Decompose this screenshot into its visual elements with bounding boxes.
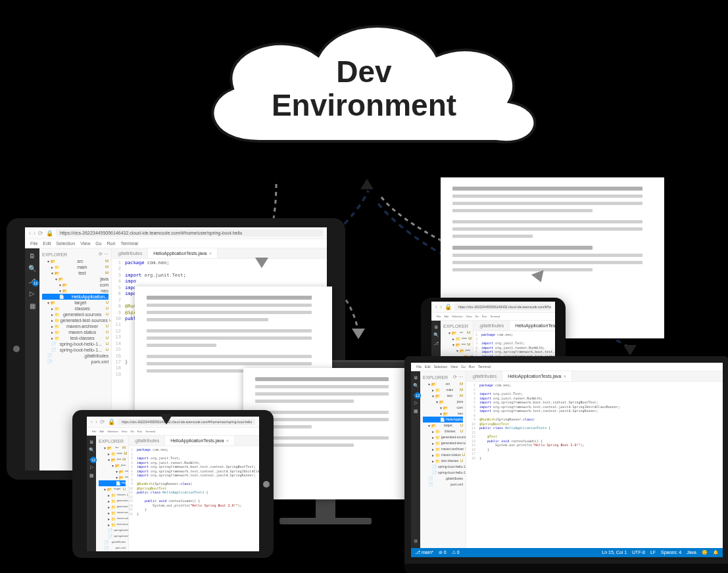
- menu-item[interactable]: File: [437, 315, 441, 318]
- tree-item[interactable]: test-classesU: [423, 458, 463, 464]
- tree-item[interactable]: test-classesU: [42, 335, 109, 341]
- tree-item[interactable]: testM: [42, 270, 109, 276]
- editor-tab[interactable]: .gitattributes: [466, 371, 502, 381]
- tree-item[interactable]: targetU: [423, 423, 463, 428]
- tree-item[interactable]: testM: [99, 457, 126, 463]
- more-icon[interactable]: ⋯: [104, 252, 109, 256]
- tree-item[interactable]: maven-statusU: [99, 516, 126, 522]
- tree-item[interactable]: HelloApplication...: [42, 294, 109, 300]
- tree-item[interactable]: spring-boot-hello-1...U: [42, 347, 109, 353]
- tree-item[interactable]: generated-test-sourcesU: [42, 317, 109, 323]
- tree-item[interactable]: java: [42, 276, 109, 282]
- status-item[interactable]: UTF-8: [632, 550, 645, 555]
- tree-item[interactable]: .gitattributes: [42, 353, 109, 359]
- nav-back-icon[interactable]: ‹: [29, 230, 31, 237]
- tree-item[interactable]: neo: [423, 411, 463, 417]
- menu-item[interactable]: Terminal: [120, 241, 137, 246]
- nav-reload-icon[interactable]: ⟳: [38, 230, 43, 237]
- more-icon[interactable]: ⋯: [458, 375, 463, 379]
- menu-item[interactable]: Run: [469, 365, 475, 369]
- tree-item[interactable]: java: [423, 399, 463, 405]
- scm-icon[interactable]: ⎇: [89, 456, 94, 461]
- tree-item[interactable]: spring-boot-hello-1...U: [99, 528, 126, 534]
- tree-item[interactable]: mainM: [423, 387, 463, 393]
- editor-tab[interactable]: HelloApplicationTests.java×: [510, 321, 555, 331]
- menu-item[interactable]: File: [30, 241, 37, 246]
- tree-item[interactable]: testM: [443, 342, 470, 348]
- tree-item[interactable]: testM: [423, 393, 463, 399]
- tree-item[interactable]: classesU: [99, 492, 126, 498]
- tree-item[interactable]: com: [42, 282, 109, 288]
- status-item[interactable]: LF: [650, 550, 656, 555]
- status-item[interactable]: ⊘ 0: [439, 550, 447, 555]
- tree-item[interactable]: com: [99, 469, 126, 474]
- code-editor[interactable]: 123456789101112131415161718 package com.…: [466, 382, 723, 548]
- tree-item[interactable]: generated-test-sourcesU: [423, 440, 463, 446]
- tree-item[interactable]: neo: [42, 288, 109, 294]
- tree-item[interactable]: mainM: [99, 451, 126, 457]
- tree-item[interactable]: generated-test-sourcesU: [99, 504, 126, 510]
- tree-item[interactable]: targetU: [99, 486, 126, 492]
- tree-item[interactable]: srcM: [42, 258, 109, 264]
- menu-item[interactable]: Run: [137, 430, 142, 433]
- menu-item[interactable]: Edit: [99, 430, 104, 433]
- editor-tab[interactable]: .gitattributes: [112, 248, 148, 258]
- refresh-icon[interactable]: ⟳: [453, 375, 457, 379]
- menu-item[interactable]: Edit: [425, 365, 431, 369]
- tree-item[interactable]: pom.xml: [42, 359, 109, 365]
- tree-item[interactable]: srcM: [99, 445, 126, 451]
- menu-item[interactable]: Terminal: [145, 430, 155, 433]
- status-item[interactable]: Ln 15, Col 1: [602, 550, 627, 555]
- nav-fwd-icon[interactable]: ›: [34, 230, 36, 237]
- menu-item[interactable]: Run: [482, 315, 487, 318]
- files-icon[interactable]: 🗎: [414, 375, 418, 380]
- menu-item[interactable]: View: [466, 315, 472, 318]
- menu-item[interactable]: Edit: [43, 241, 51, 246]
- url-field[interactable]: https://dcs-262234455056146432.cloud-ide…: [454, 304, 551, 310]
- status-item[interactable]: Spaces: 4: [661, 550, 681, 555]
- files-icon[interactable]: 🗎: [29, 252, 36, 260]
- menu-item[interactable]: Edit: [444, 315, 449, 318]
- menu-item[interactable]: Go: [475, 315, 478, 318]
- search-icon[interactable]: 🔍: [28, 265, 36, 272]
- files-icon[interactable]: 🗎: [89, 440, 94, 444]
- extensions-icon[interactable]: ▦: [30, 302, 36, 309]
- tree-item[interactable]: HelloApplication...: [99, 480, 126, 486]
- tree-item[interactable]: maven-archiverU: [423, 446, 463, 452]
- tree-item[interactable]: generated-sourcesU: [423, 434, 463, 440]
- url-field[interactable]: https://dcs-262234455056146432.cloud-ide…: [56, 229, 323, 237]
- refresh-icon[interactable]: ⟳: [99, 252, 103, 256]
- tree-item[interactable]: generated-sourcesU: [99, 498, 126, 504]
- menu-item[interactable]: View: [450, 365, 458, 369]
- tree-item[interactable]: HelloApplicatio...: [423, 417, 463, 423]
- menu-item[interactable]: Selection: [107, 430, 118, 433]
- editor-tab[interactable]: HelloApplicationTests.java×: [165, 436, 235, 446]
- tree-item[interactable]: maven-archiverU: [42, 323, 109, 329]
- scm-icon[interactable]: ⎇: [28, 277, 36, 285]
- tree-item[interactable]: .gitattributes: [423, 476, 463, 482]
- tree-item[interactable]: java: [443, 348, 470, 354]
- status-item[interactable]: ⚠ 0: [452, 550, 460, 555]
- url-field[interactable]: https://dcs-262234455056146432.cloud-ide…: [118, 419, 255, 425]
- tree-item[interactable]: neo: [99, 474, 126, 480]
- editor-tab[interactable]: HelloApplicationTests.java×: [502, 371, 572, 381]
- menu-item[interactable]: Terminal: [478, 365, 491, 369]
- extensions-icon[interactable]: ▦: [89, 473, 94, 478]
- menu-item[interactable]: Terminal: [490, 315, 500, 318]
- menu-item[interactable]: Go: [130, 430, 133, 433]
- tree-item[interactable]: generated-sourcesU: [42, 311, 109, 317]
- gear-icon[interactable]: ⚙: [414, 539, 418, 544]
- scm-icon[interactable]: ⎇: [433, 341, 439, 346]
- menu-item[interactable]: View: [122, 430, 128, 433]
- debug-icon[interactable]: ▷: [30, 290, 35, 297]
- status-item[interactable]: 😊: [702, 550, 708, 555]
- close-icon[interactable]: ×: [563, 373, 566, 379]
- close-icon[interactable]: ×: [208, 250, 212, 256]
- tree-item[interactable]: mainM: [42, 264, 109, 270]
- tree-item[interactable]: spring-boot-hello-1...U: [42, 341, 109, 347]
- menu-item[interactable]: File: [416, 365, 422, 369]
- menu-item[interactable]: Run: [107, 241, 116, 246]
- menu-item[interactable]: File: [92, 430, 96, 433]
- menu-item[interactable]: Selection: [56, 241, 75, 246]
- tree-item[interactable]: spring-boot-hello-1...U: [423, 464, 463, 470]
